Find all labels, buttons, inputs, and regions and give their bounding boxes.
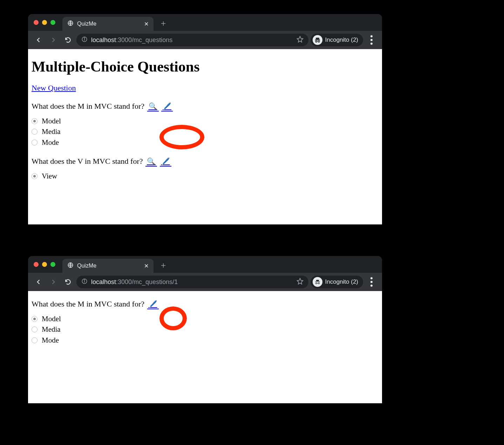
maximize-window-button[interactable]: [50, 20, 55, 25]
answer-options: Model Media Mode: [32, 116, 379, 148]
pencil-icon: 🖊️: [149, 300, 157, 308]
tab-title: QuizMe: [77, 263, 141, 269]
option-label: Model: [42, 313, 61, 324]
url-host: localhost: [91, 36, 116, 43]
list-item: Mode: [32, 335, 379, 345]
new-tab-button[interactable]: ＋: [154, 259, 173, 271]
option-label: Media: [42, 126, 61, 137]
tab-strip: QuizMe ✕ ＋: [28, 14, 382, 31]
magnifying-glass-icon: 🔍: [147, 157, 156, 165]
maximize-window-button[interactable]: [50, 262, 55, 267]
new-question-link[interactable]: New Question: [32, 83, 76, 92]
list-item: Model: [32, 116, 379, 126]
svg-point-16: [370, 277, 373, 279]
site-info-icon[interactable]: [81, 278, 88, 286]
window-controls: [34, 262, 62, 267]
svg-point-3: [84, 38, 85, 38]
list-item: Media: [32, 324, 379, 335]
page-viewport: What does the M in MVC stand for? 🖊️ Mod…: [28, 291, 382, 403]
close-tab-icon[interactable]: ✕: [144, 21, 149, 27]
address-bar[interactable]: localhost:3000/mc_questions: [76, 34, 308, 46]
forward-button[interactable]: [47, 276, 60, 288]
url-host: localhost: [91, 278, 116, 285]
reload-button[interactable]: [62, 34, 74, 46]
pencil-icon: 🖊️: [163, 102, 171, 110]
edit-question-link[interactable]: 🖊️: [161, 102, 173, 112]
browser-menu-button[interactable]: [365, 276, 378, 288]
edit-question-link[interactable]: 🖊️: [147, 299, 159, 309]
list-item: Model: [32, 313, 379, 324]
reload-button[interactable]: [62, 276, 74, 288]
list-item: View: [32, 171, 379, 181]
browser-tab[interactable]: QuizMe ✕: [62, 17, 154, 31]
url-port: :3000: [116, 36, 132, 43]
radio-button[interactable]: [32, 129, 38, 135]
minimize-window-button[interactable]: [42, 20, 47, 25]
incognito-icon: [313, 277, 322, 287]
question-text: What does the V in MVC stand for?: [32, 157, 143, 166]
tab-title: QuizMe: [77, 21, 141, 27]
answer-options: Model Media Mode: [32, 313, 379, 345]
close-window-button[interactable]: [34, 262, 39, 267]
list-item: Media: [32, 126, 379, 137]
svg-point-14: [315, 283, 317, 284]
address-bar[interactable]: localhost:3000/mc_questions/1: [76, 276, 308, 288]
svg-point-6: [370, 35, 373, 38]
window-controls: [34, 20, 62, 25]
radio-button[interactable]: [32, 140, 38, 146]
view-question-link[interactable]: 🔍: [147, 102, 159, 112]
page-title: Multiple-Choice Questions: [32, 58, 379, 75]
radio-button[interactable]: [32, 173, 38, 179]
url-text: localhost:3000/mc_questions/1: [91, 278, 178, 286]
minimize-window-button[interactable]: [42, 262, 47, 267]
svg-point-5: [318, 41, 319, 42]
url-path: /mc_questions: [132, 36, 172, 43]
incognito-chip[interactable]: Incognito (2): [311, 34, 363, 46]
incognito-label: Incognito (2): [325, 278, 359, 285]
edit-question-link[interactable]: 🖊️: [160, 157, 171, 167]
radio-button[interactable]: [32, 337, 38, 343]
site-info-icon[interactable]: [81, 36, 88, 44]
browser-menu-button[interactable]: [365, 34, 378, 46]
radio-button[interactable]: [32, 118, 38, 124]
globe-icon: [67, 262, 74, 270]
incognito-chip[interactable]: Incognito (2): [311, 276, 363, 288]
option-label: Mode: [42, 137, 59, 148]
bookmark-star-icon[interactable]: [297, 278, 304, 286]
forward-button[interactable]: [47, 34, 60, 46]
svg-point-18: [370, 285, 373, 287]
svg-rect-13: [315, 282, 320, 282]
svg-point-17: [370, 281, 373, 283]
incognito-label: Incognito (2): [325, 36, 359, 43]
browser-window-bottom: QuizMe ✕ ＋ localhost:3000/mc_questions/1: [28, 256, 382, 403]
url-text: localhost:3000/mc_questions: [91, 36, 172, 44]
view-question-link[interactable]: 🔍: [145, 157, 157, 167]
svg-point-4: [315, 41, 317, 42]
back-button[interactable]: [32, 34, 45, 46]
browser-toolbar: localhost:3000/mc_questions/1 Incognito …: [28, 273, 382, 291]
radio-button[interactable]: [32, 316, 38, 322]
browser-window-top: QuizMe ✕ ＋ localhost:3000/mc_questions: [28, 14, 382, 224]
option-label: Media: [42, 324, 61, 335]
list-item: Mode: [32, 137, 379, 148]
magnifying-glass-icon: 🔍: [149, 102, 157, 110]
svg-point-12: [84, 279, 85, 280]
browser-tab[interactable]: QuizMe ✕: [62, 259, 154, 273]
url-path: /mc_questions/1: [132, 278, 178, 285]
radio-button[interactable]: [32, 326, 38, 332]
svg-point-15: [318, 283, 319, 284]
tab-strip: QuizMe ✕ ＋: [28, 256, 382, 273]
new-tab-button[interactable]: ＋: [154, 18, 173, 29]
bookmark-star-icon[interactable]: [297, 36, 304, 45]
page-viewport: Multiple-Choice Questions New Question W…: [28, 49, 382, 224]
option-label: Model: [42, 116, 61, 126]
incognito-icon: [313, 35, 322, 45]
svg-point-8: [370, 43, 373, 45]
question-row: What does the M in MVC stand for? 🔍 🖊️: [32, 102, 379, 112]
answer-options: View: [32, 171, 379, 181]
close-window-button[interactable]: [34, 20, 39, 25]
close-tab-icon[interactable]: ✕: [144, 263, 149, 269]
question-text: What does the M in MVC stand for?: [32, 102, 144, 110]
option-label: Mode: [42, 335, 59, 345]
back-button[interactable]: [32, 276, 45, 288]
